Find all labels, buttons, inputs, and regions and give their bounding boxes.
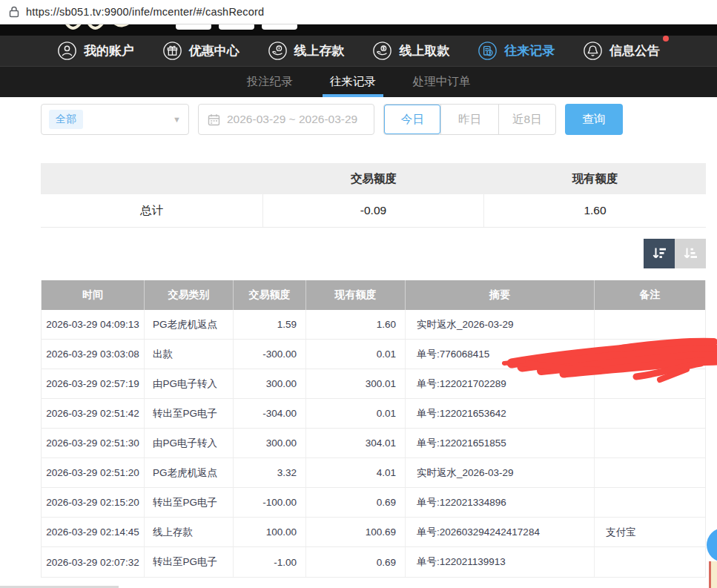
chat-widget-button[interactable] xyxy=(707,528,717,562)
user-icon xyxy=(57,41,77,61)
cell-current-amount: 1.60 xyxy=(306,310,406,339)
summary-total-label: 总计 xyxy=(41,194,263,227)
cell-time: 2026-03-29 02:07:32 xyxy=(42,547,145,577)
cell-summary: 单号:122021651855 xyxy=(406,429,595,457)
cell-type: 转出至PG电子 xyxy=(145,547,234,577)
cell-type: PG老虎机返点 xyxy=(145,310,234,339)
col-header-summary: 摘要 xyxy=(406,280,595,310)
sort-controls xyxy=(644,239,706,268)
summary-header-current: 现有额度 xyxy=(484,163,706,194)
cell-remark xyxy=(595,429,705,457)
cell-time: 2026-03-29 02:51:42 xyxy=(42,399,145,428)
cell-summary: 单号:122021653642 xyxy=(406,399,595,428)
subtab-label: 处理中订单 xyxy=(413,74,471,90)
table-row: 2026-03-29 03:03:08 出款 -300.00 0.01 单号:7… xyxy=(42,340,705,369)
selected-type-tag: 全部 xyxy=(49,110,83,129)
nav-label: 信息公告 xyxy=(609,42,660,59)
nav-item-online-withdraw[interactable]: 线上取款 xyxy=(372,41,449,61)
tab-bet-records[interactable]: 投注纪录 xyxy=(245,67,294,97)
cell-type: 线上存款 xyxy=(145,518,234,546)
cell-summary: 单号:122021139913 xyxy=(406,547,595,577)
cell-remark: 支付宝 xyxy=(595,518,705,546)
date-range-picker[interactable]: 2026-03-29 ~ 2026-03-29 xyxy=(198,104,374,135)
cell-current-amount: 0.69 xyxy=(306,488,406,517)
summary-current-value: 1.60 xyxy=(484,194,706,227)
col-header-remark: 备注 xyxy=(595,280,705,310)
nav-label: 线上取款 xyxy=(399,42,449,59)
sort-ascending-button[interactable] xyxy=(675,239,706,268)
records-icon xyxy=(478,41,498,61)
sub-navigation: 投注纪录 往来记录 处理中订单 xyxy=(0,67,717,97)
cell-type: 由PG电子转入 xyxy=(145,369,234,398)
site-logo-partial xyxy=(0,24,717,36)
browser-address-bar[interactable]: https://sb051.tv:9900/infe/mcenter/#/cas… xyxy=(0,0,717,24)
date-range-text: 2026-03-29 ~ 2026-03-29 xyxy=(227,113,357,126)
cell-summary: 单号:122021702289 xyxy=(406,369,595,398)
subtab-label: 投注纪录 xyxy=(247,74,293,90)
cell-current-amount: 100.69 xyxy=(306,518,406,546)
tab-pending-orders[interactable]: 处理中订单 xyxy=(412,67,472,97)
nav-item-my-account[interactable]: 我的账户 xyxy=(57,41,134,61)
nav-item-promotions[interactable]: 优惠中心 xyxy=(162,41,239,61)
cell-current-amount: 0.01 xyxy=(306,340,406,369)
cell-remark xyxy=(595,399,705,428)
sort-descending-button[interactable] xyxy=(644,239,675,268)
cell-time: 2026-03-29 02:51:30 xyxy=(42,429,145,457)
cell-transaction-amount: -100.00 xyxy=(234,488,306,517)
last-8-days-button[interactable]: 近8日 xyxy=(498,105,555,134)
cell-transaction-amount: 1.59 xyxy=(234,310,306,339)
summary-transaction-value: -0.09 xyxy=(263,194,484,227)
record-table: 时间 交易类别 交易额度 现有额度 摘要 备注 2026-03-29 04:09… xyxy=(41,280,706,578)
chevron-down-icon: ▼ xyxy=(173,115,181,124)
lock-icon xyxy=(9,6,19,18)
today-button[interactable]: 今日 xyxy=(384,105,440,134)
gift-icon xyxy=(162,41,182,61)
summary-table: 交易额度 现有额度 总计 -0.09 1.60 xyxy=(41,163,706,228)
calendar-icon xyxy=(208,113,220,126)
sort-descending-icon xyxy=(650,245,668,262)
nav-label: 往来记录 xyxy=(504,42,555,59)
cell-remark xyxy=(595,310,705,339)
cell-time: 2026-03-29 02:14:45 xyxy=(42,518,145,546)
cell-time: 2026-03-29 02:51:20 xyxy=(42,458,145,487)
table-row: 2026-03-29 02:51:20 PG老虎机返点 3.32 4.01 实时… xyxy=(42,458,705,488)
cell-time: 2026-03-29 02:15:20 xyxy=(42,488,145,517)
col-header-transaction-amount: 交易额度 xyxy=(234,280,306,310)
record-table-header: 时间 交易类别 交易额度 现有额度 摘要 备注 xyxy=(42,280,705,310)
cell-type: 由PG电子转入 xyxy=(145,429,234,457)
cell-type: PG老虎机返点 xyxy=(145,458,234,487)
subtab-label: 往来记录 xyxy=(330,74,376,90)
nav-item-announcements[interactable]: 信息公告 xyxy=(583,41,660,61)
cell-time: 2026-03-29 02:57:19 xyxy=(42,369,145,398)
cell-remark xyxy=(595,369,705,398)
nav-item-transaction-records[interactable]: 往来记录 xyxy=(478,41,555,61)
cell-transaction-amount: 3.32 xyxy=(234,458,306,487)
cell-remark xyxy=(595,340,705,369)
cell-summary: 单号:776068415 xyxy=(406,340,595,369)
tab-transaction-records[interactable]: 往来记录 xyxy=(328,67,377,97)
summary-header-transaction: 交易额度 xyxy=(263,163,484,194)
cell-transaction-amount: -1.00 xyxy=(234,547,306,577)
cell-transaction-amount: 300.00 xyxy=(234,429,306,457)
table-row: 2026-03-29 02:51:42 转出至PG电子 -304.00 0.01… xyxy=(42,399,705,429)
logo-strip xyxy=(0,24,717,36)
cell-type: 出款 xyxy=(145,340,234,369)
table-row: 2026-03-29 02:57:19 由PG电子转入 300.00 300.0… xyxy=(42,369,705,399)
nav-label: 我的账户 xyxy=(84,42,134,59)
cell-current-amount: 304.01 xyxy=(306,429,406,457)
cell-transaction-amount: -304.00 xyxy=(234,399,306,428)
nav-label: 线上存款 xyxy=(294,42,345,59)
type-select[interactable]: 全部 ▼ xyxy=(41,104,189,135)
deposit-icon xyxy=(268,41,288,61)
summary-header-empty xyxy=(41,163,263,194)
yesterday-button[interactable]: 昨日 xyxy=(440,105,498,134)
cell-summary: 单号:122021334896 xyxy=(406,488,595,517)
table-row: 2026-03-29 02:51:30 由PG电子转入 300.00 304.0… xyxy=(42,429,705,458)
nav-item-online-deposit[interactable]: 线上存款 xyxy=(268,41,345,61)
cell-current-amount: 0.69 xyxy=(306,547,406,577)
table-row: 2026-03-29 02:14:45 线上存款 100.00 100.69 单… xyxy=(42,518,705,547)
quick-button-label: 近8日 xyxy=(512,112,542,128)
withdraw-icon xyxy=(372,41,392,61)
query-button[interactable]: 查询 xyxy=(565,104,623,135)
col-header-time: 时间 xyxy=(42,280,145,310)
